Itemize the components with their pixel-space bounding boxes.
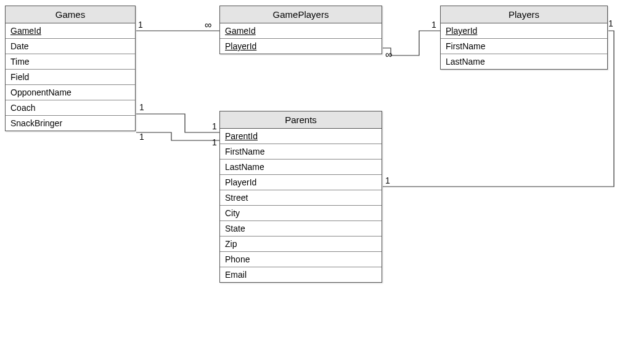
field-parents-state: State — [220, 221, 382, 237]
field-parents-phone: Phone — [220, 252, 382, 267]
card-players-gameplayers-many: ∞ — [385, 49, 392, 60]
card-games-gameplayers-many: ∞ — [205, 20, 211, 31]
entity-parents-title: Parents — [220, 111, 382, 129]
field-parents-zip: Zip — [220, 237, 382, 252]
field-parents-street: Street — [220, 190, 382, 206]
card-games-coach-one: 1 — [139, 102, 144, 112]
field-games-snackbringer: SnackBringer — [6, 116, 135, 131]
card-players-parents-one-bottom: 1 — [385, 176, 390, 185]
entity-games: Games GameId Date Time Field OpponentNam… — [5, 6, 136, 131]
field-games-opponentname: OpponentName — [6, 85, 135, 100]
field-players-firstname: FirstName — [441, 39, 607, 54]
card-games-gameplayers-one: 1 — [138, 20, 143, 30]
entity-gameplayers-title: GamePlayers — [220, 6, 382, 23]
card-parents-snack-one: 1 — [212, 137, 217, 147]
field-players-playerid: PlayerId — [441, 23, 607, 39]
card-parents-coach-one: 1 — [212, 121, 217, 131]
field-gameplayers-playerid: PlayerId — [220, 39, 382, 54]
field-players-lastname: LastName — [441, 54, 607, 69]
field-parents-playerid: PlayerId — [220, 175, 382, 190]
entity-players-title: Players — [441, 6, 607, 23]
entity-players: Players PlayerId FirstName LastName — [440, 6, 608, 70]
card-players-parents-one-top: 1 — [608, 18, 613, 28]
field-games-time: Time — [6, 54, 135, 70]
field-parents-city: City — [220, 206, 382, 221]
entity-games-title: Games — [6, 6, 135, 23]
entity-gameplayers: GamePlayers GameId PlayerId — [219, 6, 382, 54]
field-parents-parentid: ParentId — [220, 129, 382, 144]
entity-parents: Parents ParentId FirstName LastName Play… — [219, 111, 382, 283]
field-games-date: Date — [6, 39, 135, 54]
field-games-coach: Coach — [6, 100, 135, 116]
field-games-gameid: GameId — [6, 23, 135, 39]
field-parents-lastname: LastName — [220, 160, 382, 175]
card-players-gameplayers-one: 1 — [431, 20, 436, 30]
card-games-snack-one: 1 — [139, 132, 144, 142]
field-gameplayers-gameid: GameId — [220, 23, 382, 39]
field-parents-firstname: FirstName — [220, 144, 382, 160]
field-parents-email: Email — [220, 267, 382, 282]
field-games-field: Field — [6, 70, 135, 85]
